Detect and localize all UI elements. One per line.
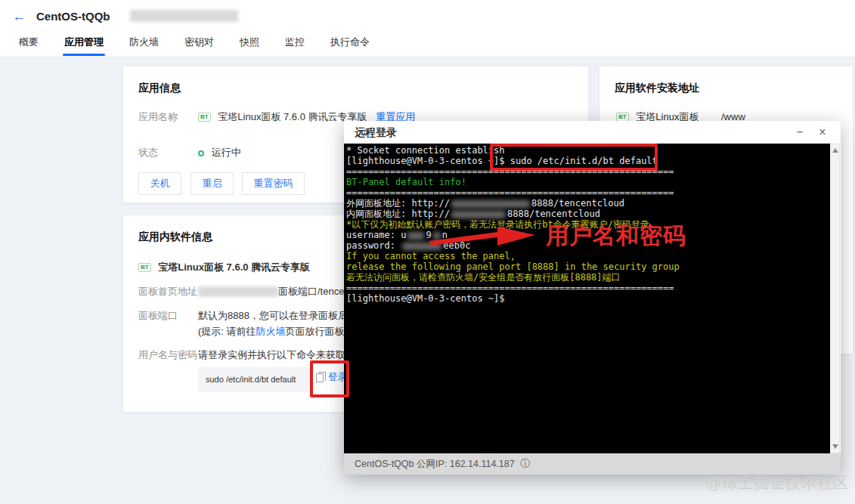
page-header: ← CentOS-tQQb 概要 应用管理 防火墙 密钥对 快照 监控 执行命令 [0,0,855,57]
back-arrow-icon[interactable]: ← [12,8,26,25]
annotation-arrow-icon [429,225,537,248]
minimize-icon[interactable]: − [792,124,807,141]
reset-password-button[interactable]: 重置密码 [242,172,305,195]
terminal-separator: ========================================… [346,187,830,198]
tab-firewall[interactable]: 防火墙 [129,36,159,56]
panel-port-hint-pre: (提示: 请前往 [198,326,256,337]
terminal-line-internal-addr: 内网面板地址: http://8888/tencentcloud [346,209,830,219]
software-info-card-title: 应用内软件信息 [138,230,212,244]
redacted-username [407,232,424,240]
credentials-hint: 请登录实例并执行以下命令来获取管理 [198,349,365,360]
terminal-line-external-addr: 外网面板地址: http://8888/tencentcloud [346,198,830,209]
modal-titlebar[interactable]: 远程登录 − × [344,121,841,144]
tab-app-management[interactable]: 应用管理 [64,36,104,56]
terminal-line-info: BT-Panel default info! [346,177,830,187]
bt-panel-logo-icon: BT [138,263,151,272]
redacted-instance-id [130,10,238,22]
annotation-box-command [490,144,658,171]
modal-footer: CentOS-tQQb 公网IP: 162.14.114.187 ⓘ [344,453,841,475]
public-ip-text: CentOS-tQQb 公网IP: 162.14.114.187 [355,459,515,469]
modal-title: 远程登录 [355,126,397,140]
redacted-internal-ip [451,211,506,218]
tab-monitoring[interactable]: 监控 [285,36,305,56]
annotation-box-login [310,360,349,397]
status-running-icon [198,150,204,156]
terminal-line-prompt: [lighthouse@VM-0-3-centos ~]$ [346,293,830,304]
status-label: 状态 [138,147,158,158]
scroll-up-icon[interactable] [832,148,838,153]
panel-port-line1: 默认为8888，您可以在登录面板后修改 [198,310,367,321]
bt-panel-logo-icon: BT [198,113,211,122]
credentials-label: 用户名与密码 [138,349,197,360]
firewall-page-link[interactable]: 防火墙 [256,326,286,337]
terminal-scrollbar[interactable] [830,144,840,453]
status-value: 运行中 [212,147,241,158]
scroll-down-icon[interactable] [832,444,838,449]
remote-login-modal: 远程登录 − × * Socket connection establish [… [344,121,841,475]
watermark: @稀土掘金技术社区 [706,473,849,493]
shutdown-button[interactable]: 关机 [138,172,181,195]
terminal-console[interactable]: * Socket connection establish [lighthous… [344,144,830,453]
panel-home-suffix: 面板端口/tencent [278,286,352,297]
terminal-separator: ========================================… [346,283,830,293]
software-app-name: 宝塔Linux面板 7.6.0 腾讯云专享版 [158,261,310,273]
app-info-card-title: 应用信息 [138,82,181,95]
app-name-label: 应用名称 [138,111,178,122]
bt-command-box: sudo /etc/init.d/bt default [198,367,311,392]
terminal-line-warning-en2: release the following panel port [8888] … [346,261,830,272]
terminal-line-warning-cn2: 若无法访问面板，请检查防火墙/安全组是否有放行面板[8888]端口 [346,272,830,283]
tab-key-pair[interactable]: 密钥对 [184,36,214,56]
panel-port-label: 面板端口 [138,310,178,321]
install-address-card-title: 应用软件安装地址 [615,82,699,95]
instance-title: CentOS-tQQb [36,10,110,23]
redacted-panel-url [198,286,278,297]
redacted-external-ip [451,200,530,208]
info-icon[interactable]: ⓘ [520,458,530,469]
tab-bar: 概要 应用管理 防火墙 密钥对 快照 监控 执行命令 [19,36,370,56]
tab-overview[interactable]: 概要 [19,36,39,56]
tab-snapshot[interactable]: 快照 [240,36,259,56]
annotation-credentials-label: 用户名和密码 [546,221,686,252]
terminal-line-warning-en1: If you cannot access the panel, [346,251,830,261]
panel-home-label: 面板首页地址 [138,286,197,297]
restart-button[interactable]: 重启 [191,172,234,195]
tab-run-command[interactable]: 执行命令 [330,36,370,56]
active-tab-underline [63,54,105,56]
close-icon[interactable]: × [815,124,830,141]
